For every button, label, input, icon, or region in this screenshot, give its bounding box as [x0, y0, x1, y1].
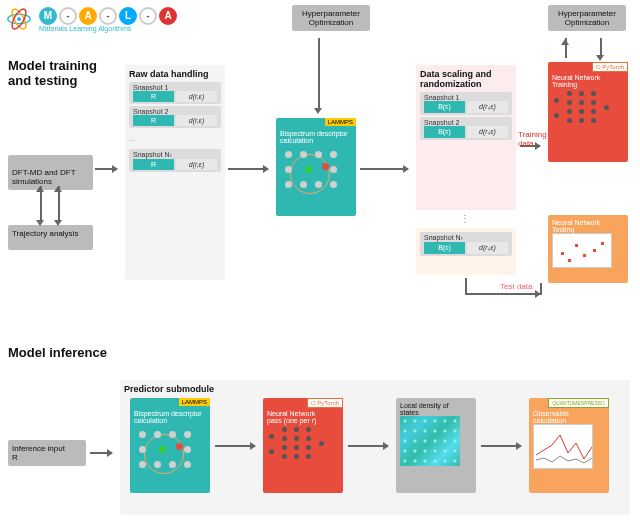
arrow-hyperopt-bispectrum	[318, 38, 320, 110]
arrow-ldos-obs	[481, 445, 521, 447]
inference-nn-label: Neural Network pass (one per r)	[267, 410, 339, 424]
lammps-tag: LAMMPS	[325, 118, 356, 126]
inference-bispectrum-box: LAMMPS Bispectrum descriptor calculation	[130, 398, 210, 493]
inference-bispectrum-label: Bispectrum descriptor calculation	[134, 410, 206, 424]
nn-training-label: Neural Network Training	[552, 74, 624, 88]
trajectory-box: Trajectory analysis	[8, 225, 93, 250]
logo-letter-a2: A	[159, 7, 177, 25]
scaled-snapshot-1: Snapshot 1 B(rᵢ)d(rᵢ,ε)	[420, 92, 512, 115]
ldos-label: Local density of states	[400, 402, 472, 416]
logo-letter-l: L	[119, 7, 137, 25]
hyperopt-box-2: Hyperparameter Optimization	[548, 5, 626, 31]
qe-tag: QUANTUMESPRESSO	[548, 398, 609, 408]
nn-testing-label: Neural Network Testing	[552, 219, 624, 233]
arrow-bisp-nn	[215, 445, 255, 447]
pytorch-tag-2: O PyTorch	[307, 398, 343, 408]
observable-label: Observable calculation	[533, 410, 605, 424]
logo-letter-m: M	[39, 7, 57, 25]
arrow-nn-ldos	[348, 445, 388, 447]
logo-letter-a: A	[79, 7, 97, 25]
nn-testing-box: Neural Network Testing	[548, 215, 628, 283]
predictor-title: Predictor submodule	[124, 384, 626, 394]
ldos-visual	[400, 416, 460, 466]
logo-tagline: Materials Learning Algorithms	[39, 25, 177, 32]
bispectrum-label: Bispectrum descriptor calculation	[280, 130, 352, 144]
section-title-inference: Model inference	[8, 345, 107, 360]
snapshot-1: Snapshot 1 Rd(r,ε)	[129, 82, 221, 104]
bispectrum-box: LAMMPS Bispectrum descriptor calculation	[276, 118, 356, 216]
test-snapshot: Snapshot Nₜ B(rᵢ)d(rᵢ,ε)	[420, 232, 512, 256]
inference-input-box: Inference input R	[8, 440, 86, 466]
snapshot-n: Snapshot Nₜ Rd(r,ε)	[129, 149, 221, 172]
raw-data-group: Raw data handling Snapshot 1 Rd(r,ε) Sna…	[125, 65, 225, 280]
arrow-raw-bispectrum	[228, 168, 268, 170]
observable-box: QUANTUMESPRESSO Observable calculation	[529, 398, 609, 493]
scaling-group: Data scaling and randomization Snapshot …	[416, 65, 516, 210]
nn-visual	[552, 88, 612, 133]
inference-nn-box: O PyTorch Neural Network pass (one per r…	[263, 398, 343, 493]
mala-logo: M - A - L - A Materials Learning Algorit…	[5, 5, 177, 33]
svg-point-3	[17, 17, 21, 21]
arrow-dft-raw	[95, 168, 117, 170]
test-data-label: Test data	[500, 282, 532, 291]
arrow-input-predictor	[90, 452, 112, 454]
ldos-box: Local density of states	[396, 398, 476, 493]
training-data-label: Training data	[518, 130, 547, 148]
scaling-title: Data scaling and randomization	[420, 69, 512, 89]
snapshot-2: Snapshot 2 Rd(r,ε)	[129, 106, 221, 128]
atom-icon	[5, 5, 33, 33]
scatter-visual	[552, 233, 612, 268]
observable-visual	[533, 424, 593, 469]
arrow-bispectrum-scaling	[360, 168, 408, 170]
nn-training-box: O PyTorch Neural Network Training	[548, 62, 628, 162]
section-title-training: Model training and testing	[8, 58, 97, 88]
descriptor-visual	[280, 146, 340, 196]
nn-visual-2	[267, 424, 327, 469]
raw-data-title: Raw data handling	[129, 69, 221, 79]
descriptor-visual-2	[134, 426, 194, 476]
scaled-snapshot-2: Snapshot 2 B(rᵢ)d(rᵢ,ε)	[420, 117, 512, 140]
pytorch-tag: O PyTorch	[592, 62, 628, 72]
dftmd-box: DFT-MD and DFT simulations	[8, 155, 93, 190]
test-group: Snapshot Nₜ B(rᵢ)d(rᵢ,ε)	[416, 228, 516, 275]
lammps-tag-2: LAMMPS	[179, 398, 210, 406]
arrow-test-data	[465, 293, 540, 295]
hyperopt-box-1: Hyperparameter Optimization	[292, 5, 370, 31]
